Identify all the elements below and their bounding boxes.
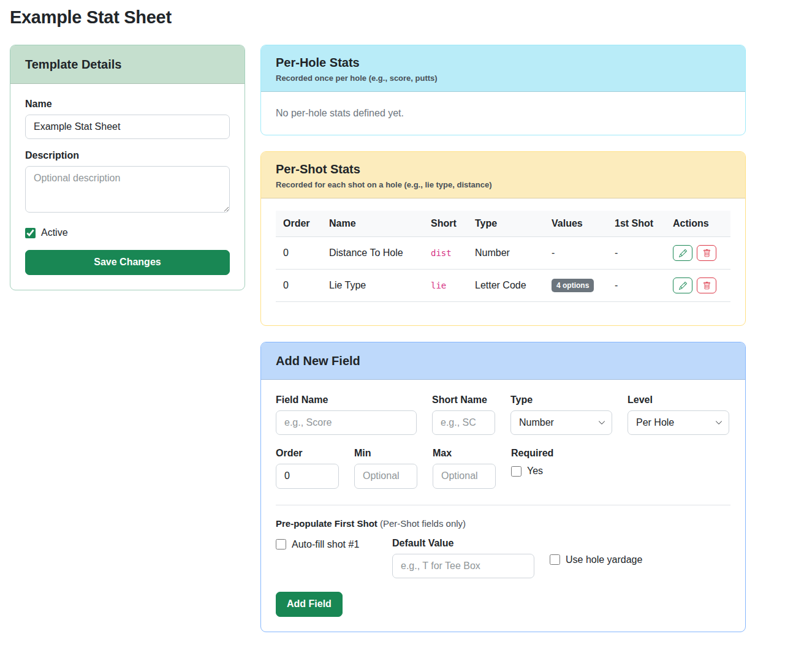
prepopulate-label: Pre-populate First Shot [276,518,377,529]
template-details-title: Template Details [25,56,230,72]
cell-short-code: dist [431,248,452,258]
col-header-first-shot: 1st Shot [607,211,666,237]
table-row: 0 Lie Type lie Letter Code 4 options - [276,270,730,302]
cell-first-shot: - [607,270,666,302]
col-header-type: Type [468,211,544,237]
name-label: Name [25,99,230,110]
per-shot-stats-header: Per-Shot Stats Recorded for each shot on… [261,152,745,198]
delete-field-button[interactable] [697,245,716,261]
add-new-field-title: Add New Field [276,353,730,369]
table-header-row: Order Name Short Type Values 1st Shot Ac… [276,211,730,237]
col-header-short: Short [423,211,468,237]
max-label: Max [433,448,496,459]
col-header-order: Order [276,211,322,237]
use-hole-yardage-check-group: Use hole yardage [550,554,642,565]
max-input[interactable] [433,464,496,488]
cell-type: Number [468,237,544,270]
cell-values: - [544,237,607,270]
col-header-name: Name [322,211,423,237]
autofill-checkbox[interactable] [276,539,286,549]
save-changes-button[interactable]: Save Changes [25,250,230,274]
options-count-badge: 4 options [552,279,594,292]
cell-short-code: lie [431,281,446,290]
order-input[interactable] [276,464,339,488]
cell-type: Letter Code [468,270,544,302]
active-label: Active [41,227,68,238]
autofill-label: Auto-fill shot #1 [292,539,359,550]
min-label: Min [354,448,417,459]
template-details-header: Template Details [10,45,245,84]
add-new-field-header: Add New Field [261,342,745,380]
required-label: Required [511,448,553,459]
required-checkbox[interactable] [511,466,521,477]
description-label: Description [25,150,230,161]
col-header-values: Values [544,211,607,237]
trash-icon [703,249,711,257]
cell-name: Lie Type [322,270,423,302]
description-textarea[interactable] [25,166,230,213]
level-select[interactable]: Per Hole [628,410,729,435]
field-name-input[interactable] [276,410,417,435]
name-input[interactable] [25,115,230,139]
autofill-check-group: Auto-fill shot #1 [276,539,392,550]
table-row: 0 Distance To Hole dist Number - - [276,237,730,270]
edit-field-button[interactable] [673,245,692,261]
default-value-label: Default Value [392,538,534,549]
per-shot-stats-table: Order Name Short Type Values 1st Shot Ac… [276,211,730,302]
cell-order: 0 [276,270,322,302]
cell-first-shot: - [607,237,666,270]
delete-field-button[interactable] [697,277,716,293]
prepopulate-note: (Per-Shot fields only) [380,518,466,529]
col-header-actions: Actions [666,211,730,237]
active-checkbox[interactable] [25,228,36,238]
prepopulate-heading: Pre-populate First Shot (Per-Shot fields… [276,518,730,529]
page-title: Example Stat Sheet [10,7,775,28]
pencil-icon [679,282,687,290]
type-label: Type [510,395,612,406]
section-divider [276,505,730,505]
cell-name: Distance To Hole [322,237,423,270]
per-hole-stats-card: Per-Hole Stats Recorded once per hole (e… [260,45,746,135]
add-field-button[interactable]: Add Field [276,592,343,616]
trash-icon [703,282,711,290]
active-check-group: Active [25,227,230,238]
page-container: Example Stat Sheet Template Details Name… [0,0,785,657]
per-shot-stats-subtitle: Recorded for each shot on a hole (e.g., … [276,180,730,189]
use-hole-yardage-label: Use hole yardage [566,554,642,565]
add-new-field-card: Add New Field Field Name Short Name [260,342,746,632]
per-shot-stats-title: Per-Shot Stats [276,161,730,177]
per-shot-stats-card: Per-Shot Stats Recorded for each shot on… [260,151,746,326]
required-check-group: Yes [511,466,553,477]
use-hole-yardage-checkbox[interactable] [550,554,560,565]
edit-field-button[interactable] [673,277,692,293]
pencil-icon [679,249,687,257]
per-hole-stats-title: Per-Hole Stats [276,55,730,70]
required-yes-label: Yes [527,466,543,477]
short-name-label: Short Name [432,395,495,406]
min-input[interactable] [354,464,417,488]
template-details-card: Template Details Name Description Active… [10,45,245,290]
default-value-input[interactable] [392,554,534,578]
per-hole-stats-header: Per-Hole Stats Recorded once per hole (e… [261,45,745,92]
level-label: Level [628,395,729,406]
order-label: Order [276,448,339,459]
per-hole-stats-subtitle: Recorded once per hole (e.g., score, put… [276,74,730,83]
short-name-input[interactable] [432,410,495,435]
type-select[interactable]: Number [510,410,612,435]
field-name-label: Field Name [276,395,417,406]
per-hole-empty-message: No per-hole stats defined yet. [276,107,730,120]
cell-order: 0 [276,237,322,270]
